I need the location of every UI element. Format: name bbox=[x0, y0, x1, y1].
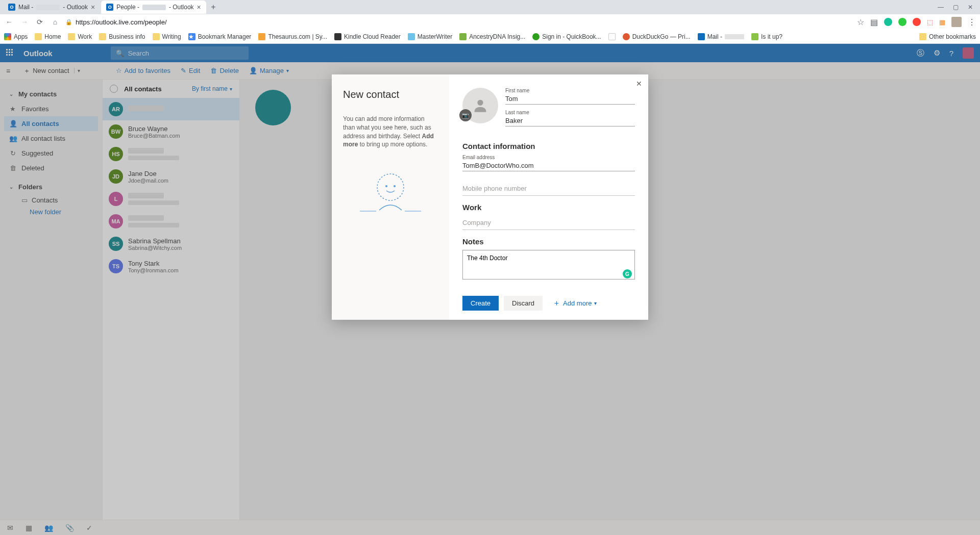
extension-icon[interactable] bbox=[884, 18, 892, 26]
bookmark-item[interactable]: Mail - bbox=[698, 33, 744, 40]
redacted bbox=[725, 34, 744, 39]
close-icon[interactable]: × bbox=[91, 3, 95, 11]
bookmark-item[interactable]: MasterWriter bbox=[408, 33, 452, 40]
browser-tab-mail[interactable]: O Mail - - Outlook × bbox=[3, 1, 100, 14]
section-work: Work bbox=[462, 203, 635, 212]
minimize-icon[interactable]: — bbox=[938, 4, 944, 11]
email-input[interactable] bbox=[462, 160, 635, 171]
email-label: Email address bbox=[462, 155, 635, 160]
window-controls: — ▢ ✕ bbox=[938, 4, 980, 11]
toolbar-right: ☆ ▤ ⬚ ▦ ⋮ bbox=[857, 17, 976, 27]
page-icon[interactable]: ▤ bbox=[870, 17, 878, 27]
modal-footer: Create Discard ＋ Add more ▾ bbox=[462, 296, 635, 311]
last-name-label: Last name bbox=[505, 110, 635, 115]
extension-icon[interactable]: ⬚ bbox=[927, 18, 933, 26]
bookmark-item[interactable]: Sign in - QuickBook... bbox=[532, 33, 601, 40]
first-name-label: First name bbox=[505, 88, 635, 93]
home-icon[interactable]: ⌂ bbox=[50, 18, 60, 26]
modal-title: New contact bbox=[343, 89, 438, 100]
star-icon[interactable]: ☆ bbox=[857, 17, 864, 27]
back-icon[interactable]: ← bbox=[4, 18, 14, 26]
extension-icon[interactable]: ▦ bbox=[939, 18, 945, 26]
reload-icon[interactable]: ⟳ bbox=[35, 18, 45, 26]
extension-icon[interactable] bbox=[913, 18, 921, 26]
plus-icon: ＋ bbox=[553, 298, 560, 308]
tab-label: People - bbox=[116, 4, 139, 11]
mobile-input[interactable] bbox=[462, 182, 635, 196]
close-icon[interactable]: ✕ bbox=[636, 80, 642, 88]
url-text: https://outlook.live.com/people/ bbox=[76, 18, 167, 26]
last-name-field: Last name bbox=[505, 110, 635, 126]
close-icon[interactable]: × bbox=[197, 3, 201, 11]
bookmark-item[interactable]: Business info bbox=[99, 33, 145, 40]
close-icon[interactable]: ✕ bbox=[968, 4, 973, 11]
outlook-favicon: O bbox=[8, 4, 15, 11]
grammarly-icon[interactable]: G bbox=[623, 269, 632, 278]
tab-label: - Outlook bbox=[169, 4, 194, 11]
create-button[interactable]: Create bbox=[462, 296, 499, 311]
bookmark-item[interactable]: DuckDuckGo — Pri... bbox=[623, 33, 691, 40]
email-field: Email address bbox=[462, 155, 635, 171]
chevron-down-icon: ▾ bbox=[594, 300, 597, 306]
modal-form: 📷 First name Last name Contact informati… bbox=[449, 74, 648, 320]
profile-avatar[interactable] bbox=[951, 17, 962, 27]
redacted bbox=[36, 5, 60, 10]
redacted bbox=[142, 5, 166, 10]
section-notes: Notes bbox=[462, 237, 635, 246]
tab-strip: O Mail - - Outlook × O People - - Outloo… bbox=[0, 0, 980, 14]
tab-label: - Outlook bbox=[63, 4, 88, 11]
svg-point-2 bbox=[394, 185, 396, 187]
bookmark-item[interactable]: Work bbox=[68, 33, 92, 40]
first-name-input[interactable] bbox=[505, 93, 635, 105]
new-contact-modal: ✕ New contact You can add more informati… bbox=[332, 74, 648, 320]
illustration bbox=[343, 169, 438, 217]
maximize-icon[interactable]: ▢ bbox=[953, 4, 959, 11]
section-contact-info: Contact information bbox=[462, 142, 635, 150]
apps-button[interactable]: Apps bbox=[4, 33, 28, 40]
svg-point-1 bbox=[385, 185, 387, 187]
address-bar-row: ← → ⟳ ⌂ 🔒 https://outlook.live.com/peopl… bbox=[0, 14, 980, 30]
add-more-button[interactable]: ＋ Add more ▾ bbox=[553, 298, 597, 308]
bookmark-item[interactable]: AncestryDNA Insig... bbox=[459, 33, 525, 40]
photo-upload[interactable]: 📷 bbox=[462, 88, 498, 123]
url-bar[interactable]: 🔒 https://outlook.live.com/people/ bbox=[65, 18, 852, 26]
bookmarks-bar: Apps Home Work Business info Writing ★Bo… bbox=[0, 30, 980, 44]
bookmark-item[interactable]: Home bbox=[35, 33, 61, 40]
svg-point-5 bbox=[477, 100, 483, 106]
outlook-favicon: O bbox=[106, 4, 113, 11]
extension-icon[interactable] bbox=[898, 18, 906, 26]
modal-left-pane: New contact You can add more information… bbox=[332, 74, 449, 320]
modal-overlay: ✕ New contact You can add more informati… bbox=[0, 44, 980, 535]
notes-textarea[interactable] bbox=[462, 250, 635, 279]
new-tab-button[interactable]: + bbox=[207, 1, 219, 13]
menu-icon[interactable]: ⋮ bbox=[968, 17, 976, 27]
first-name-field: First name bbox=[505, 88, 635, 105]
bookmark-item[interactable]: Writing bbox=[153, 33, 181, 40]
bookmark-item[interactable] bbox=[608, 33, 616, 40]
company-input[interactable] bbox=[462, 216, 635, 230]
lock-icon: 🔒 bbox=[65, 19, 72, 26]
bookmark-item[interactable]: ★Bookmark Manager bbox=[188, 33, 252, 40]
svg-point-0 bbox=[377, 174, 404, 200]
browser-chrome: O Mail - - Outlook × O People - - Outloo… bbox=[0, 0, 980, 44]
discard-button[interactable]: Discard bbox=[504, 296, 543, 311]
bookmark-item[interactable]: Kindle Cloud Reader bbox=[334, 33, 401, 40]
bookmark-item[interactable]: Thesaurus.com | Sy... bbox=[258, 33, 327, 40]
tab-label: Mail - bbox=[18, 4, 33, 11]
modal-help-text: You can add more information than what y… bbox=[343, 115, 438, 149]
bookmark-item[interactable]: Is it up? bbox=[751, 33, 782, 40]
forward-icon[interactable]: → bbox=[19, 18, 30, 26]
other-bookmarks[interactable]: Other bookmarks bbox=[919, 33, 976, 40]
camera-icon[interactable]: 📷 bbox=[459, 109, 472, 121]
last-name-input[interactable] bbox=[505, 115, 635, 126]
browser-tab-people[interactable]: O People - - Outlook × bbox=[101, 1, 206, 14]
